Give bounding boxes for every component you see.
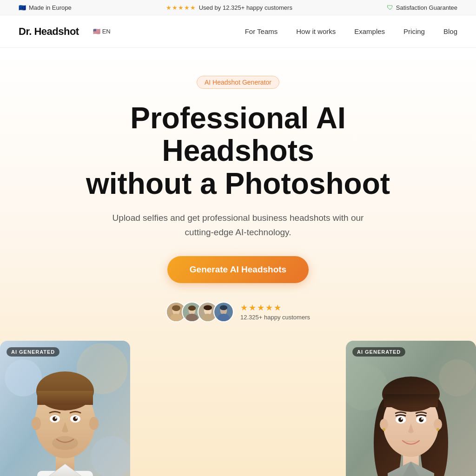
nav-item-pricing[interactable]: Pricing [403,27,425,36]
center-spacer [130,341,346,476]
logo[interactable]: Dr. Headshot [19,26,79,38]
ai-badge-male: AI GENERATED [7,347,60,357]
generate-headshots-button[interactable]: Generate AI Headshots [167,256,309,283]
blog-link[interactable]: Blog [443,27,457,35]
banner-right: 🛡 Satisfaction Guarantee [387,4,457,11]
shield-icon: 🛡 [387,4,393,11]
hero-subtitle: Upload selfies and get professional busi… [108,211,368,239]
customer-count-text: Used by 12.325+ happy customers [199,4,292,11]
nav-item-blog[interactable]: Blog [443,27,457,36]
examples-section: AI GENERATED Matteo Ferrari Software Eng… [0,341,476,476]
svg-rect-25 [37,391,93,405]
hero-title: Professional AI Headshots without a Phot… [57,102,419,200]
ai-badge-female: AI GENERATED [352,347,405,357]
svg-point-26 [32,417,41,430]
examples-link[interactable]: Examples [354,27,385,35]
banner-left: 🇪🇺 Made in Europe [19,4,72,11]
stars-icon: ★★★★★ [166,4,196,11]
svg-point-15 [220,305,227,310]
svg-point-7 [188,305,196,311]
svg-point-34 [52,436,78,450]
svg-point-27 [89,417,99,430]
svg-point-53 [419,417,423,422]
hero-stars: ★★★★★ [240,303,310,313]
example-card-female: AI GENERATED Clara Rodriguez Civil Engin… [346,341,476,476]
svg-point-54 [401,418,403,420]
svg-point-11 [204,305,212,310]
pricing-link[interactable]: Pricing [403,27,425,35]
example-card-male: AI GENERATED Matteo Ferrari Software Eng… [0,341,130,476]
hero-badge: AI Headshot Generator [197,76,279,89]
svg-point-30 [53,416,57,421]
hero-rating-count: 12.325+ happy customers [240,314,310,321]
us-flag-icon: 🇺🇸 [93,28,100,35]
made-in-europe-text: Made in Europe [29,4,72,11]
svg-point-52 [398,417,403,422]
svg-point-33 [75,417,77,419]
avatar-stack [166,302,234,322]
lang-code: EN [102,28,111,35]
nav-item-how-it-works[interactable]: How it works [296,27,336,36]
svg-point-48 [383,428,385,431]
nav-links: For Teams How it works Examples Pricing … [245,27,457,36]
nav-item-for-teams[interactable]: For Teams [245,27,278,36]
svg-point-31 [73,416,78,421]
satisfaction-text: Satisfaction Guarantee [396,4,457,11]
social-proof: ★★★★★ 12.325+ happy customers [19,302,457,322]
navbar: Dr. Headshot 🇺🇸 EN For Teams How it work… [0,15,476,48]
svg-point-55 [421,418,423,420]
how-it-works-link[interactable]: How it works [296,27,336,35]
svg-point-32 [55,417,57,419]
for-teams-link[interactable]: For Teams [245,27,278,35]
top-banner: 🇪🇺 Made in Europe ★★★★★ Used by 12.325+ … [0,0,476,15]
language-selector[interactable]: 🇺🇸 EN [93,28,111,35]
nav-item-examples[interactable]: Examples [354,27,385,36]
eu-flag-icon: 🇪🇺 [19,4,26,11]
svg-point-3 [172,305,180,311]
banner-center: ★★★★★ Used by 12.325+ happy customers [166,4,292,11]
svg-point-49 [436,428,439,431]
rating-info: ★★★★★ 12.325+ happy customers [240,303,310,321]
svg-rect-45 [384,394,438,407]
svg-point-37 [439,359,476,397]
hero-section: AI Headshot Generator Professional AI He… [0,48,476,341]
avatar-4 [213,302,234,322]
